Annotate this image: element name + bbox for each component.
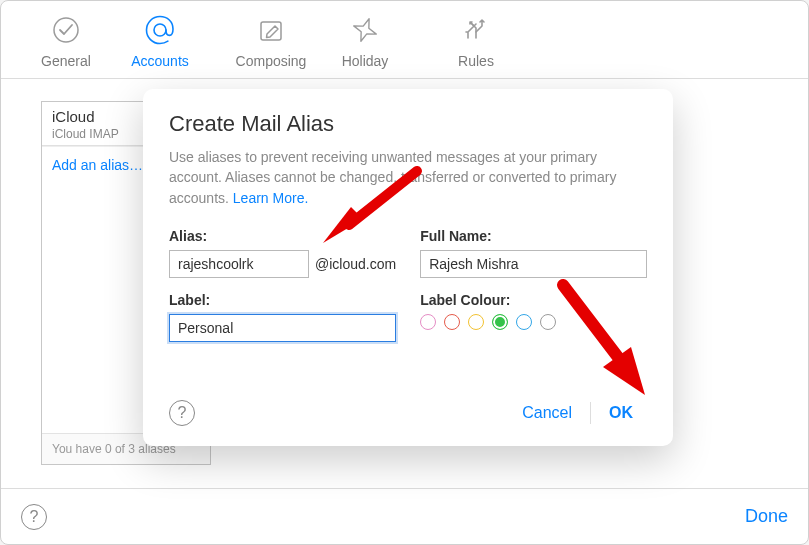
alias-domain-suffix: @icloud.com <box>315 256 396 272</box>
svg-point-1 <box>154 24 166 36</box>
bottombar: ? Done <box>1 488 808 544</box>
learn-more-link[interactable]: Learn More. <box>233 190 308 206</box>
tab-label: General <box>41 53 91 69</box>
labelcolor-label: Label Colour: <box>420 292 647 308</box>
done-button[interactable]: Done <box>745 506 788 527</box>
color-swatch[interactable] <box>444 314 460 330</box>
help-icon[interactable]: ? <box>21 504 47 530</box>
color-swatch-row <box>420 314 647 330</box>
label-input[interactable] <box>169 314 396 342</box>
color-swatch[interactable] <box>492 314 508 330</box>
body-area: iCloud iCloud IMAP Add an alias… You hav… <box>1 79 808 488</box>
settings-window: General Accounts Composing Holiday <box>0 0 809 545</box>
tab-general[interactable]: General <box>19 9 113 69</box>
toolbar: General Accounts Composing Holiday <box>1 1 808 79</box>
cancel-button[interactable]: Cancel <box>508 398 586 428</box>
color-swatch[interactable] <box>516 314 532 330</box>
tab-label: Rules <box>458 53 494 69</box>
fullname-label: Full Name: <box>420 228 647 244</box>
tab-label: Holiday <box>342 53 389 69</box>
modal-title: Create Mail Alias <box>169 111 647 137</box>
airplane-icon <box>349 13 381 47</box>
tab-composing[interactable]: Composing <box>224 9 318 69</box>
svg-point-0 <box>54 18 78 42</box>
label-field-label: Label: <box>169 292 396 308</box>
color-swatch[interactable] <box>540 314 556 330</box>
help-icon[interactable]: ? <box>169 400 195 426</box>
tab-holiday[interactable]: Holiday <box>318 9 412 69</box>
branch-arrows-icon <box>460 13 492 47</box>
tab-rules[interactable]: Rules <box>429 9 523 69</box>
tab-accounts[interactable]: Accounts <box>113 9 207 69</box>
at-sign-icon <box>143 13 177 47</box>
alias-input[interactable] <box>169 250 309 278</box>
fullname-input[interactable] <box>420 250 647 278</box>
checkmark-circle-icon <box>50 13 82 47</box>
color-swatch[interactable] <box>468 314 484 330</box>
compose-icon <box>255 13 287 47</box>
color-swatch[interactable] <box>420 314 436 330</box>
ok-button[interactable]: OK <box>595 398 647 428</box>
create-alias-modal: Create Mail Alias Use aliases to prevent… <box>143 89 673 446</box>
alias-label: Alias: <box>169 228 396 244</box>
modal-description: Use aliases to prevent receiving unwante… <box>169 147 647 208</box>
tab-label: Composing <box>236 53 307 69</box>
tab-label: Accounts <box>131 53 189 69</box>
